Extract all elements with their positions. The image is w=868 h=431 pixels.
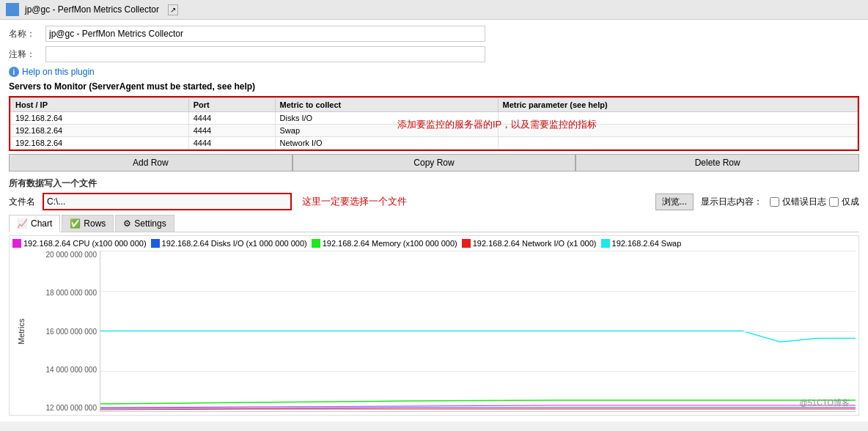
settings-tab-icon: ⚙ xyxy=(123,218,131,229)
chart-area: 192.168.2.64 CPU (x100 000 000) 192.168.… xyxy=(9,235,859,416)
file-section-title: 所有数据写入一个文件 xyxy=(9,177,859,190)
legend-color-swap xyxy=(601,239,610,248)
browse-button[interactable]: 浏览... xyxy=(655,194,694,210)
help-row: i Help on this plugin xyxy=(9,67,859,77)
window-icon xyxy=(6,3,19,16)
file-row: 文件名 这里一定要选择一个文件 浏览... 显示日志内容： 仅错误日志 仅成 xyxy=(9,193,859,210)
y-val-18b: 18 000 000 000 xyxy=(30,289,97,297)
comment-row: 注释： xyxy=(9,46,859,62)
disk-line xyxy=(100,408,856,408)
rows-tab-label: Rows xyxy=(84,218,106,229)
window-title: jp@gc - PerfMon Metrics Collector xyxy=(25,4,159,15)
comment-label: 注释： xyxy=(9,48,45,61)
legend-disk: 192.168.2.64 Disks I/O (x1 000 000 000) xyxy=(151,239,307,248)
legend-color-network xyxy=(462,239,471,248)
legend-label-network: 192.168.2.64 Network I/O (x1 000) xyxy=(473,239,597,248)
tab-settings[interactable]: ⚙ Settings xyxy=(115,215,174,232)
legend-network: 192.168.2.64 Network I/O (x1 000) xyxy=(462,239,597,248)
y-val-12b: 12 000 000 000 xyxy=(30,404,97,412)
tabs-row: 📈 Chart ✅ Rows ⚙ Settings xyxy=(9,215,859,232)
log-options: 仅错误日志 仅成 xyxy=(770,196,859,208)
cell-param[interactable] xyxy=(498,137,857,150)
cell-host[interactable]: 192.168.2.64 xyxy=(11,125,189,137)
tab-rows[interactable]: ✅ Rows xyxy=(62,215,114,232)
network-line xyxy=(100,409,856,410)
watermark: @51CTO博客 xyxy=(800,397,850,408)
tab-chart[interactable]: 📈 Chart xyxy=(9,215,60,232)
grid-line-25 xyxy=(100,291,856,292)
comment-input[interactable] xyxy=(45,46,485,62)
y-val-16b: 16 000 000 000 xyxy=(30,328,97,336)
chart-container: Metrics 20 000 000 000 18 000 000 000 16… xyxy=(12,251,856,412)
main-content: 名称： 注释： i Help on this plugin Servers to… xyxy=(0,20,868,421)
legend-cpu: 192.168.2.64 CPU (x100 000 000) xyxy=(12,239,147,248)
errors-only-label: 仅错误日志 xyxy=(782,196,826,208)
help-link[interactable]: i Help on this plugin xyxy=(9,67,859,77)
cell-port[interactable]: 4444 xyxy=(188,137,275,150)
settings-tab-label: Settings xyxy=(134,218,166,229)
y-val-20b: 20 000 000 000 xyxy=(30,251,97,259)
memory-line xyxy=(100,400,856,404)
chart-legend: 192.168.2.64 CPU (x100 000 000) 192.168.… xyxy=(12,239,856,248)
legend-label-cpu: 192.168.2.64 CPU (x100 000 000) xyxy=(23,239,147,248)
legend-memory: 192.168.2.64 Memory (x100 000 000) xyxy=(312,239,457,248)
y-axis-values: 20 000 000 000 18 000 000 000 16 000 000… xyxy=(30,251,100,412)
legend-swap: 192.168.2.64 Swap xyxy=(601,239,682,248)
servers-section-title: Servers to Monitor (ServerAgent must be … xyxy=(9,81,859,92)
file-input[interactable] xyxy=(43,193,292,210)
legend-color-cpu xyxy=(12,239,21,248)
cell-port[interactable]: 4444 xyxy=(188,112,275,125)
name-row: 名称： xyxy=(9,26,859,42)
errors-only-checkbox[interactable] xyxy=(770,197,779,207)
name-label: 名称： xyxy=(9,28,45,40)
col-metric: Metric to collect xyxy=(275,98,498,112)
chart-tab-icon: 📈 xyxy=(17,218,28,229)
grid-line-50 xyxy=(100,331,856,332)
cell-port[interactable]: 4444 xyxy=(188,125,275,137)
grid-line-75 xyxy=(100,371,856,372)
help-icon: i xyxy=(9,67,19,77)
only-label: 仅成 xyxy=(842,196,859,208)
col-param: Metric parameter (see help) xyxy=(498,98,857,112)
log-display-label: 显示日志内容： xyxy=(701,196,762,208)
y-axis-label: Metrics xyxy=(12,251,30,412)
legend-label-swap: 192.168.2.64 Swap xyxy=(612,239,682,248)
copy-row-button[interactable]: Copy Row xyxy=(293,154,576,172)
col-port: Port xyxy=(188,98,275,112)
file-annotation: 这里一定要选择一个文件 xyxy=(302,195,407,208)
name-input[interactable] xyxy=(45,26,485,42)
file-label: 文件名 xyxy=(9,196,35,208)
legend-label-disk: 192.168.2.64 Disks I/O (x1 000 000 000) xyxy=(162,239,307,248)
cell-metric[interactable]: Network I/O xyxy=(275,137,498,150)
chart-inner: @51CTO博客 xyxy=(100,251,856,412)
rows-tab-icon: ✅ xyxy=(70,218,81,229)
only-checkbox[interactable] xyxy=(829,197,839,207)
action-buttons-row: Add Row Copy Row Delete Row xyxy=(9,154,859,172)
legend-color-memory xyxy=(312,239,320,248)
cell-host[interactable]: 192.168.2.64 xyxy=(11,112,189,125)
servers-annotation: 添加要监控的服务器的IP，以及需要监控的指标 xyxy=(397,118,597,131)
cell-host[interactable]: 192.168.2.64 xyxy=(11,137,189,150)
external-link-icon[interactable]: ↗ xyxy=(168,4,178,15)
legend-label-memory: 192.168.2.64 Memory (x100 000 000) xyxy=(323,239,457,248)
y-val-14b: 14 000 000 000 xyxy=(30,366,97,374)
swap-line xyxy=(100,331,856,342)
chart-tab-label: Chart xyxy=(31,218,52,229)
delete-row-button[interactable]: Delete Row xyxy=(575,154,859,172)
table-header-row: Host / IP Port Metric to collect Metric … xyxy=(11,98,858,112)
servers-wrapper: Host / IP Port Metric to collect Metric … xyxy=(9,96,859,151)
col-host: Host / IP xyxy=(11,98,189,112)
title-bar: jp@gc - PerfMon Metrics Collector ↗ xyxy=(0,0,868,20)
add-row-button[interactable]: Add Row xyxy=(9,154,293,172)
grid-line-top xyxy=(100,251,856,251)
legend-color-disk xyxy=(151,239,160,248)
grid-line-bottom xyxy=(100,411,856,412)
table-row[interactable]: 192.168.2.64 4444 Network I/O xyxy=(11,137,858,150)
